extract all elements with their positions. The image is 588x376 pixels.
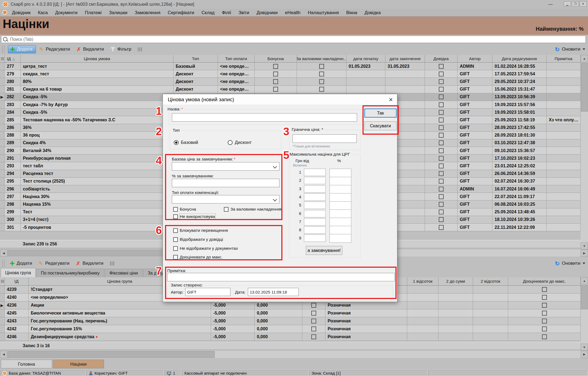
column-header-editdate[interactable]: Дата редагування — [492, 55, 547, 62]
bonus-checkbox[interactable]: Бонусна — [173, 207, 196, 212]
checkbox[interactable] — [439, 140, 444, 145]
checkbox[interactable] — [439, 79, 444, 84]
search-input[interactable] — [1, 36, 586, 43]
table-row[interactable]: 4246 Дезинфицирующие средства• -5,000 0,… — [0, 333, 581, 341]
table-row[interactable]: ▶ 4236 Акции -5,000 0,000 Розничная — [0, 301, 581, 309]
column-header-bonus[interactable]: Бонусна — [255, 55, 297, 62]
name-input[interactable] — [172, 113, 357, 122]
column-header-pct1[interactable]: 1 відсоток — [407, 277, 438, 285]
checkbox[interactable] — [439, 179, 444, 184]
checkbox[interactable] — [542, 287, 547, 292]
menu-item[interactable]: Довідники — [257, 10, 278, 15]
scroll-left-icon[interactable]: ◀ — [0, 249, 7, 257]
refresh-button[interactable]: Оновити — [562, 261, 580, 266]
unused-checkbox[interactable]: Не використовува — [173, 214, 215, 219]
filter-button[interactable]: Фільтр — [108, 45, 135, 53]
scroll-down-icon[interactable]: ▼ — [581, 242, 588, 249]
checkbox[interactable] — [273, 64, 278, 69]
edit-button[interactable]: ✎Редагувати — [37, 45, 73, 53]
checkbox[interactable] — [311, 326, 316, 331]
minimize-button[interactable]: — — [543, 0, 558, 9]
crg-grn-input[interactable] — [304, 235, 326, 242]
table-row[interactable]: 279 скидка_тест Дисконт <не опреде… GIFT… — [0, 70, 581, 78]
checkbox[interactable] — [439, 87, 444, 92]
checkbox[interactable] — [319, 64, 324, 69]
checkbox[interactable] — [542, 311, 547, 316]
show-reference-checkbox[interactable]: Відображати у довідці — [173, 237, 223, 242]
checkbox[interactable] — [311, 311, 316, 316]
mdi-close-button[interactable]: ✕ — [580, 1, 587, 7]
radio-discount[interactable]: Дисконт — [228, 140, 252, 145]
checkbox[interactable] — [439, 64, 444, 69]
checkbox[interactable] — [439, 202, 444, 207]
column-header-pct2[interactable]: 2 відсоток — [473, 277, 508, 285]
hide-docs-checkbox[interactable]: Не відображати у документах — [173, 246, 238, 251]
checkbox[interactable] — [319, 72, 324, 76]
column-header-type[interactable]: Тип — [173, 55, 218, 62]
crg-percent-column[interactable] — [330, 169, 351, 243]
crg-grn-input[interactable] — [304, 202, 326, 209]
tab[interactable]: Фіксовані ціни — [105, 269, 143, 277]
scroll-thumb[interactable] — [581, 63, 588, 112]
crg-grn-input[interactable] — [304, 177, 326, 184]
checkbox[interactable] — [542, 334, 547, 339]
gutter-header[interactable] — [0, 55, 5, 62]
checkbox[interactable] — [542, 303, 547, 308]
menu-item[interactable]: Вікна — [346, 10, 357, 15]
scroll-up-icon[interactable]: ▲ — [581, 277, 588, 284]
checkbox[interactable] — [542, 319, 547, 323]
comp-select[interactable] — [172, 195, 279, 204]
cancel-button[interactable]: Скасувати — [364, 121, 397, 130]
pct-input[interactable] — [172, 179, 279, 187]
checkbox[interactable] — [439, 110, 444, 115]
radio-base[interactable]: Базовий — [174, 140, 198, 145]
scroll-down-icon[interactable]: ▼ — [581, 344, 588, 351]
checkbox[interactable] — [439, 164, 444, 168]
chevron-down-icon[interactable] — [583, 48, 585, 50]
add-button[interactable]: Додати — [8, 45, 36, 53]
menu-item[interactable]: Платежі — [85, 10, 102, 15]
columns-button[interactable] — [108, 260, 118, 267]
refresh-button[interactable]: Оновити — [562, 47, 580, 52]
base-price-select[interactable] — [172, 162, 279, 171]
checkbox[interactable] — [439, 102, 444, 107]
checkbox[interactable] — [542, 295, 547, 300]
table-row[interactable]: 280 80% Дисконт <не опреде… GIFT 29.05.2… — [0, 78, 581, 85]
note-input[interactable] — [167, 273, 395, 281]
column-header-tosum2[interactable]: 2 до суми — [438, 277, 473, 285]
scroll-thumb[interactable] — [8, 351, 215, 358]
vertical-scrollbar[interactable]: ▲ ▼ — [581, 55, 588, 249]
checkbox[interactable] — [439, 148, 444, 153]
checkbox[interactable] — [311, 334, 316, 339]
menu-item[interactable]: Довідка — [364, 10, 380, 15]
edit-button[interactable]: ✎Редагувати — [36, 260, 73, 267]
checkbox[interactable] — [273, 87, 278, 92]
checkbox[interactable] — [439, 118, 444, 122]
checkbox[interactable] — [439, 171, 444, 176]
checkbox[interactable] — [439, 209, 444, 214]
table-row[interactable]: 277 цитра_тест Базовый <не опреде… 01.05… — [0, 63, 581, 70]
menu-item[interactable]: eHealth — [285, 10, 300, 15]
column-header-author[interactable]: Автор — [458, 55, 492, 62]
vertical-scrollbar[interactable]: ▲ ▼ — [581, 277, 588, 351]
tab[interactable]: По постачальнику/виробнику — [36, 269, 104, 277]
chevron-down-icon[interactable] — [583, 263, 585, 264]
checkbox[interactable] — [311, 303, 316, 308]
checkbox[interactable] — [439, 94, 444, 99]
scroll-up-icon[interactable]: ▲ — [581, 55, 588, 62]
author-input[interactable] — [185, 288, 230, 296]
menu-item[interactable]: Філії — [222, 10, 231, 15]
checkbox[interactable] — [319, 79, 324, 84]
menu-item[interactable]: Довідник — [12, 10, 31, 15]
horizontal-scrollbar[interactable]: ◀ ▶ — [0, 351, 588, 358]
columns-button[interactable] — [136, 46, 146, 53]
column-header-gross[interactable]: За валовими накладенн... — [297, 55, 346, 62]
crg-grn-input[interactable] — [304, 169, 326, 176]
delete-button[interactable]: ✗Видалити — [74, 45, 107, 53]
column-header-note[interactable]: Примітка — [547, 55, 581, 62]
checkbox[interactable] — [439, 125, 444, 130]
scroll-left-icon[interactable]: ◀ — [0, 351, 7, 358]
checkbox[interactable] — [273, 72, 278, 76]
crg-grn-input[interactable] — [304, 193, 326, 201]
crg-grn-input[interactable] — [304, 218, 326, 226]
